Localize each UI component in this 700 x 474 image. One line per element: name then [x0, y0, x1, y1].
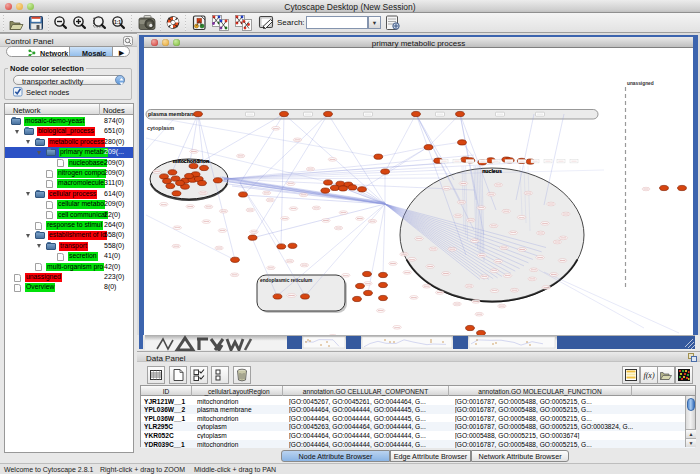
svg-text:1:1: 1:1	[114, 19, 121, 25]
svg-text:plasma membrane: plasma membrane	[148, 111, 196, 117]
svg-text:f(x): f(x)	[643, 371, 654, 380]
svg-text:endoplasmic reticulum: endoplasmic reticulum	[260, 278, 312, 283]
svg-text:nucleus: nucleus	[482, 168, 502, 174]
svg-text:unassigned: unassigned	[627, 81, 654, 86]
svg-text:cytoplasm: cytoplasm	[147, 125, 174, 131]
svg-text:mitochondrion: mitochondrion	[173, 158, 209, 164]
